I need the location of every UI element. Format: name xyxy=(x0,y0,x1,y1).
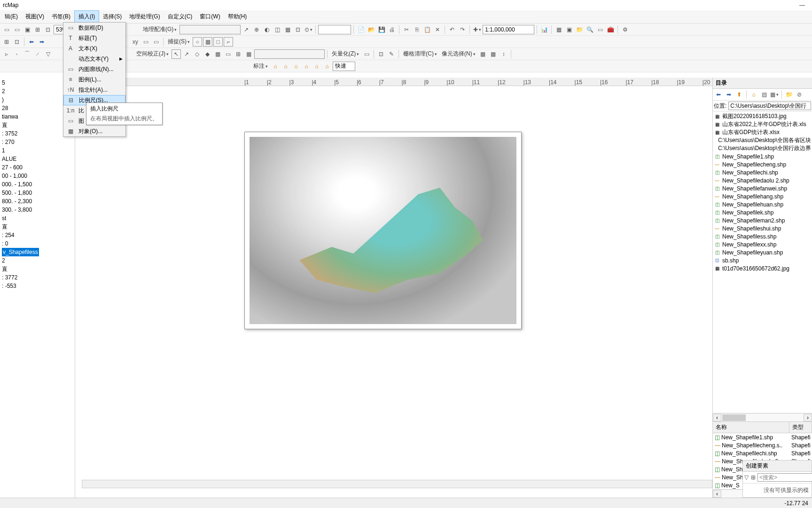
file-list[interactable]: ▦截图20220916185103.jpg▦山东省2022上半年GDP统计表.x… xyxy=(713,111,812,413)
template-search-input[interactable] xyxy=(757,473,812,482)
catalog-file[interactable]: ▦截图20220916185103.jpg xyxy=(714,112,811,120)
tool-icon[interactable]: ⌒ xyxy=(23,49,32,59)
catalog-file[interactable]: ▦t01d70e316650672d62.jpg xyxy=(714,264,811,272)
insert-menu-item[interactable]: A文本(X) xyxy=(63,43,125,54)
catalog-file[interactable]: C:\Users\asus\Desktop\全国各省区块 xyxy=(714,136,811,144)
toc-line[interactable]: 直 xyxy=(2,265,73,273)
col-name[interactable]: 名称 xyxy=(713,422,789,433)
snap-edge-icon[interactable]: ▦ xyxy=(203,37,212,47)
back-icon[interactable]: ⬅ xyxy=(27,37,36,47)
tool-icon[interactable]: ▦ xyxy=(244,49,253,59)
toc-line[interactable]: : 254 xyxy=(2,231,73,239)
tool-icon[interactable]: ▽ xyxy=(43,49,53,59)
snap-dropdown[interactable]: 捕捉(S) xyxy=(166,38,192,46)
spatial-adj-dropdown[interactable]: 空间校正(J) xyxy=(134,50,171,58)
menu-item[interactable]: 视图(V) xyxy=(22,11,48,23)
open-icon[interactable]: 📂 xyxy=(367,25,376,34)
tool-icon[interactable]: ▭ xyxy=(141,37,150,47)
tool-icon[interactable]: ▦ xyxy=(489,49,498,59)
toc-panel[interactable]: 52)28tianwa直: 3752: 2701ALUE27 - 60000 -… xyxy=(0,78,75,498)
toc-line[interactable]: 500. - 1,800 xyxy=(2,189,73,197)
redo-icon[interactable]: ↷ xyxy=(458,25,467,34)
insert-menu-item[interactable]: ▦对象(O)... xyxy=(63,126,125,136)
adj-layer-input[interactable] xyxy=(254,49,325,59)
tool-icon[interactable]: ▦ xyxy=(478,49,488,59)
scroll-right-icon[interactable]: › xyxy=(804,414,812,421)
tool-icon[interactable]: ▣ xyxy=(23,25,32,34)
toc-selected-layer[interactable]: v_Shapefiless xyxy=(2,248,39,256)
up-icon[interactable]: ⬆ xyxy=(734,90,744,99)
pixel-select-dropdown[interactable]: 像元选择(N) xyxy=(440,50,477,58)
tool-icon[interactable]: ▣ xyxy=(564,25,574,34)
toggle-icon[interactable]: ▤ xyxy=(759,90,769,99)
tool-icon[interactable]: ⊡ xyxy=(293,25,303,34)
scroll-left-icon[interactable]: ‹ xyxy=(713,490,721,498)
tool-icon[interactable]: ⊡ xyxy=(43,25,53,34)
catalog-file[interactable]: ▦山东省GDP统计表.xlsx xyxy=(714,128,811,136)
tool-icon[interactable]: ↗ xyxy=(242,25,251,34)
toolbox-icon[interactable]: 🧰 xyxy=(606,25,615,34)
tool-icon[interactable]: ▦ xyxy=(213,49,222,59)
tool-icon[interactable]: ⊞ xyxy=(33,25,42,34)
catalog-icon[interactable]: 📁 xyxy=(575,25,584,34)
scale-input[interactable] xyxy=(483,25,534,34)
speed-input[interactable] xyxy=(333,62,355,71)
tool-icon[interactable]: xy xyxy=(131,37,140,47)
new-icon[interactable]: 📄 xyxy=(356,25,366,34)
tool-icon[interactable]: ↗ xyxy=(182,49,191,59)
tool-icon[interactable]: ⊙ xyxy=(304,25,313,34)
scroll-left-icon[interactable]: ‹ xyxy=(713,414,721,421)
menu-item[interactable]: 地理处理(G) xyxy=(125,11,164,23)
minimize-button[interactable]: — xyxy=(795,2,809,8)
search-window-icon[interactable]: 🔍 xyxy=(585,25,594,34)
delete-icon[interactable]: ✕ xyxy=(433,25,442,34)
toc-line[interactable]: 27 - 600 xyxy=(2,163,73,172)
toc-line[interactable]: : -553 xyxy=(2,282,73,290)
label-icon[interactable]: ⌂ xyxy=(291,62,301,71)
menu-item[interactable]: 插入(I) xyxy=(74,10,99,23)
toc-line[interactable]: tianwa xyxy=(2,112,73,121)
disconnect-icon[interactable]: ⊘ xyxy=(795,90,804,99)
details-row[interactable]: ◫New_Shapefile1.shpShapefi xyxy=(713,433,812,441)
search-input[interactable] xyxy=(318,25,351,34)
insert-menu-item[interactable]: ≡图例(L)... xyxy=(63,74,125,85)
toc-line[interactable]: 5 xyxy=(2,79,73,87)
catalog-file[interactable]: ◫New_Shapefileman2.shp xyxy=(714,216,811,224)
tool-icon[interactable]: ⊡ xyxy=(376,49,386,59)
catalog-file[interactable]: ◫New_Shapefilechi.shp xyxy=(714,168,811,176)
menu-item[interactable]: 帮助(H) xyxy=(224,11,251,23)
snap-point-icon[interactable]: ○ xyxy=(193,37,202,47)
tool-icon[interactable]: ⊞ xyxy=(234,49,243,59)
label-home-icon[interactable]: ⌂ xyxy=(271,62,280,71)
tool-icon[interactable]: ⊞ xyxy=(750,473,756,482)
catalog-file[interactable]: ◫New_Shapefilefanwei.shp xyxy=(714,184,811,192)
add-data-icon[interactable]: ✚ xyxy=(472,25,482,34)
toc-line[interactable]: 2 xyxy=(2,87,73,95)
catalog-file[interactable]: —New_Shapefilecheng.shp xyxy=(714,160,811,168)
tool-icon[interactable]: ◐ xyxy=(262,25,272,34)
print-icon[interactable]: 🖨 xyxy=(387,25,397,34)
toc-line[interactable]: 300. - 3,800 xyxy=(2,206,73,214)
insert-menu-item[interactable]: ↑N指北针(A)... xyxy=(63,85,125,95)
pointer-icon[interactable]: ↖ xyxy=(172,49,181,59)
toc-line[interactable]: st xyxy=(2,214,73,222)
georef-layer-input[interactable] xyxy=(180,25,241,34)
details-row[interactable]: ◫New_Shapefilechi.shpShapefi xyxy=(713,449,812,457)
tool-icon[interactable]: ◆ xyxy=(203,49,212,59)
save-icon[interactable]: 💾 xyxy=(377,25,386,34)
label-dropdown[interactable]: 标注 xyxy=(251,62,270,70)
menu-item[interactable]: 书签(B) xyxy=(48,11,74,23)
menu-item[interactable]: 自定义(C) xyxy=(164,11,196,23)
georeferencing-dropdown[interactable]: 地理配准(G) xyxy=(141,25,179,33)
toc-line[interactable]: ALUE xyxy=(2,155,73,163)
toc-line[interactable]: : 3772 xyxy=(2,273,73,282)
label-icon[interactable]: ⌂ xyxy=(281,62,290,71)
vectorize-dropdown[interactable]: 矢量化(Z) xyxy=(330,50,361,58)
tool-icon[interactable]: ✎ xyxy=(387,49,396,59)
insert-menu-item[interactable]: 动态文本(Y)▶ xyxy=(63,54,125,64)
tool-icon[interactable]: ▦ xyxy=(283,25,292,34)
tool-icon[interactable]: ⊕ xyxy=(252,25,261,34)
home-icon[interactable]: ⌂ xyxy=(749,90,758,99)
tool-icon[interactable]: ▭ xyxy=(223,49,233,59)
toc-line[interactable]: : 0 xyxy=(2,239,73,248)
